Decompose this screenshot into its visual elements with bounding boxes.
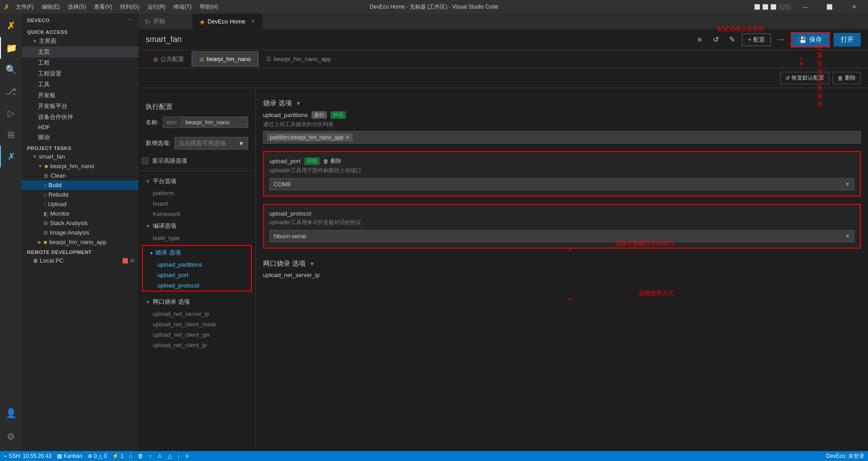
sidebar-item-upload[interactable]: ↑ Upload bbox=[22, 199, 138, 209]
menu-edit[interactable]: 编辑(E) bbox=[38, 2, 63, 12]
status-list[interactable]: ≡ bbox=[185, 453, 189, 459]
sidebar-item-image-analysis[interactable]: ⊞ Image Analysis bbox=[22, 228, 138, 237]
tree-upload-protocol[interactable]: upload_protocol bbox=[143, 280, 251, 291]
menu-terminal[interactable]: 终端(T) bbox=[170, 2, 195, 12]
activity-account[interactable]: 👤 bbox=[0, 402, 22, 424]
sidebar-item-local-pc[interactable]: 🖥 Local PC ⚙ bbox=[22, 256, 138, 265]
sidebar-item-stack-analysis[interactable]: ⊞ Stack Analysis bbox=[22, 218, 138, 228]
sidebar-item-clean[interactable]: 🗑 Clean bbox=[22, 171, 138, 180]
sidebar-item-smart-fan[interactable]: ▼ smart_fan bbox=[22, 152, 138, 161]
status-circle[interactable]: ○ bbox=[149, 453, 152, 459]
refresh-button[interactable]: ↺ bbox=[709, 33, 722, 46]
env-input[interactable]: env: bearpi_hm_nano bbox=[163, 117, 248, 128]
status-triangle[interactable]: △ bbox=[168, 453, 172, 459]
status-download[interactable]: ↓ bbox=[177, 453, 180, 459]
save-button[interactable]: 💾 保存 bbox=[791, 32, 830, 47]
menu-run[interactable]: 运行(R) bbox=[144, 2, 170, 12]
burn-section-header[interactable]: 烧录 选项 ▼ bbox=[263, 95, 861, 111]
sidebar-item-tools[interactable]: 工具 bbox=[22, 79, 138, 90]
config-tab-bearpi[interactable]: ◎ bearpi_hm_nano bbox=[192, 52, 259, 66]
burn-section[interactable]: ● 烧录 选项 bbox=[143, 246, 251, 259]
sidebar-item-build[interactable]: ○ Build bbox=[22, 180, 138, 190]
open-button[interactable]: 打开 bbox=[834, 33, 861, 47]
activity-logo[interactable]: ✗ bbox=[0, 15, 22, 37]
more-button[interactable]: ⋯ bbox=[774, 33, 787, 46]
menu-select[interactable]: 选择(S) bbox=[64, 2, 90, 12]
monitor-small-icon: 🖥 bbox=[33, 258, 38, 264]
sidebar-item-homepage[interactable]: 主页 bbox=[22, 47, 138, 57]
menu-file[interactable]: 文件(F) bbox=[12, 2, 37, 12]
upload-port-delete-button[interactable]: 🗑 删除 bbox=[323, 157, 341, 165]
tab-deveco-home[interactable]: ◈ DevEco Home ✕ bbox=[193, 14, 263, 29]
port-dropdown-icon[interactable]: ▼ bbox=[841, 181, 854, 188]
tree-upload-port[interactable]: upload_port bbox=[143, 270, 251, 280]
sidebar-item-rebuild[interactable]: ○ Rebuild bbox=[22, 190, 138, 199]
sidebar-more-icon[interactable]: ⋯ bbox=[128, 17, 133, 23]
status-ssh[interactable]: ⌁ SSH: 10.55.20.43 bbox=[4, 453, 52, 459]
activity-extensions[interactable]: ⊞ bbox=[0, 124, 22, 146]
tree-upload-net-client-mask[interactable]: upload_net_client_mask bbox=[138, 319, 255, 329]
sidebar-item-driver[interactable]: 驱动 bbox=[22, 132, 138, 143]
config-tab-public[interactable]: ◎ 公共配置 bbox=[146, 51, 192, 67]
activity-search[interactable]: 🔍 bbox=[0, 59, 22, 80]
sidebar-item-hdf[interactable]: HDF bbox=[22, 122, 138, 132]
status-errors[interactable]: ⊗ 0 △ 0 bbox=[88, 453, 107, 459]
restore-defaults-button[interactable]: ↺ 恢复默认配置 bbox=[780, 72, 829, 84]
new-option-select[interactable]: 点击搜索可用选项 ▼ bbox=[175, 137, 248, 150]
activity-settings[interactable]: ⚙ bbox=[0, 426, 22, 447]
activity-explorer[interactable]: 📁 bbox=[0, 37, 22, 59]
protocol-dropdown-icon[interactable]: ▼ bbox=[841, 233, 854, 240]
status-shield[interactable]: ⚠ bbox=[157, 453, 162, 459]
minimize-button[interactable]: — bbox=[795, 0, 816, 14]
tree-upload-net-server-ip[interactable]: upload_net_server_ip bbox=[138, 309, 255, 319]
sidebar-item-main-section[interactable]: ▼ 主界面 bbox=[22, 36, 138, 47]
upload-protocol-value-row[interactable]: hiburn-serial ▼ bbox=[269, 230, 854, 242]
sidebar-item-partner[interactable]: 设备合作伙伴 bbox=[22, 112, 138, 122]
tab-close-button[interactable]: ✕ bbox=[251, 19, 255, 24]
tree-board[interactable]: board bbox=[138, 198, 255, 209]
close-button[interactable]: ✕ bbox=[844, 0, 864, 14]
sidebar-item-devboard-platform[interactable]: 开发板平台 bbox=[22, 101, 138, 112]
config-tab-bearpi-app[interactable]: ☰ bearpi_hm_nano_app bbox=[259, 52, 339, 66]
net-burn-section[interactable]: ▼ 网口烧录 选项 bbox=[138, 295, 255, 309]
status-deveco[interactable]: DevEco: 未登录 bbox=[826, 452, 864, 460]
compile-section[interactable]: ▼ 编译选项 bbox=[138, 219, 255, 233]
tag-remove-icon[interactable]: ✕ bbox=[345, 134, 350, 141]
status-home[interactable]: ⌂ bbox=[129, 453, 132, 459]
sidebar-item-bearpi[interactable]: ▼ ◉ bearpi_hm_nano bbox=[22, 161, 138, 171]
upload-port-value-row[interactable]: COM8 ▼ bbox=[269, 178, 854, 190]
sidebar-item-project-settings[interactable]: 工程设置 bbox=[22, 68, 138, 79]
sidebar-item-devboard[interactable]: 开发板 bbox=[22, 90, 138, 101]
activity-git[interactable]: ⎇ bbox=[0, 80, 22, 102]
tree-framework[interactable]: framework bbox=[138, 209, 255, 219]
tree-upload-net-client-qw[interactable]: upload_net_client_qw bbox=[138, 329, 255, 340]
menu-view[interactable]: 查看(V) bbox=[90, 2, 116, 12]
upload-port-desc: uploader工具用于固件刷新的上传端口 bbox=[269, 167, 854, 174]
tree-build-type[interactable]: build_type bbox=[138, 233, 255, 243]
sidebar-item-bearpi-app[interactable]: ▶ ◉ bearpi_hm_nano_app bbox=[22, 237, 138, 247]
list-icon-button[interactable]: ≡ bbox=[693, 33, 706, 46]
menu-goto[interactable]: 转到(G) bbox=[117, 2, 142, 12]
status-bar: ⌁ SSH: 10.55.20.43 ▦ Kanban ⊗ 0 △ 0 ⚡ 1 … bbox=[0, 451, 868, 461]
menu-help[interactable]: 帮助(H) bbox=[196, 2, 222, 12]
platform-section[interactable]: ▼ 平台选项 bbox=[138, 174, 255, 188]
sidebar-item-monitor[interactable]: ◧ Monitor bbox=[22, 209, 138, 218]
delete-config-button[interactable]: 🗑 删除 bbox=[833, 72, 861, 84]
show-advanced-checkbox[interactable] bbox=[142, 158, 148, 164]
edit-button[interactable]: ✎ bbox=[726, 33, 738, 46]
activity-deveco[interactable]: ✗ bbox=[0, 146, 22, 167]
partition-tag-input[interactable]: partition:bearpi_hm_nano_app ✕ bbox=[263, 131, 861, 144]
tree-platform[interactable]: platform bbox=[138, 188, 255, 198]
tree-upload-partitions[interactable]: upload_partitions bbox=[143, 259, 251, 270]
sidebar-item-project[interactable]: 工程 bbox=[22, 57, 138, 68]
status-warnings[interactable]: ⚡ 1 bbox=[112, 453, 123, 459]
status-trash[interactable]: 🗑 bbox=[138, 453, 143, 459]
status-kanban[interactable]: ▦ Kanban bbox=[57, 453, 82, 459]
tab-start[interactable]: ▷ 开始 bbox=[138, 14, 193, 29]
tree-upload-net-client-ip[interactable]: upload_net_client_ip bbox=[138, 340, 255, 350]
local-pc-gear-icon[interactable]: ⚙ bbox=[130, 258, 135, 264]
net-burn-section-header[interactable]: 网口烧录 选项 ▼ bbox=[263, 256, 861, 272]
add-config-button[interactable]: + 配置 bbox=[742, 33, 771, 46]
activity-run[interactable]: ▷ bbox=[0, 102, 22, 124]
maximize-button[interactable]: ⬜ bbox=[819, 0, 840, 14]
